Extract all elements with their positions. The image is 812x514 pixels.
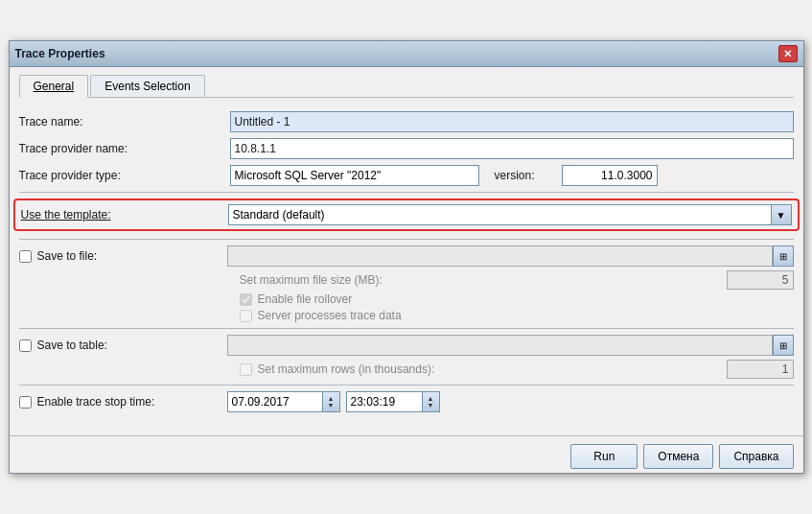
save-to-table-checkbox[interactable]	[19, 339, 32, 352]
max-rows-label: Set maximum rows (in thousands):	[258, 362, 727, 376]
time-spin-down-icon: ▼	[428, 402, 434, 409]
max-rows-row: Set maximum rows (in thousands):	[240, 360, 794, 379]
tab-events-selection[interactable]: Events Selection	[90, 75, 204, 97]
server-processes-label: Server processes trace data	[258, 309, 794, 322]
save-to-file-checkbox[interactable]	[19, 250, 32, 263]
max-rows-checkbox[interactable]	[240, 363, 252, 376]
stop-time-row: Enable trace stop time: ▲ ▼ ▲ ▼	[19, 391, 794, 412]
version-label: version:	[495, 169, 562, 182]
stop-time-checkbox[interactable]	[19, 396, 32, 409]
save-to-table-input[interactable]	[227, 335, 773, 356]
tab-bar: General Events Selection	[19, 75, 794, 98]
divider-3	[19, 328, 794, 329]
trace-name-input[interactable]	[230, 111, 794, 132]
max-rows-input[interactable]	[727, 360, 794, 379]
divider-1	[19, 192, 794, 193]
template-select[interactable]: Standard (default) Blank SP_Counts TSQL …	[228, 204, 792, 225]
trace-provider-type-label: Trace provider type:	[19, 169, 230, 182]
file-browse-button[interactable]: ⊞	[773, 245, 794, 267]
save-to-file-row: Save to file: ⊞	[19, 245, 794, 267]
trace-name-label: Trace name:	[19, 115, 230, 128]
file-sub-options: Set maximum file size (MB): Enable file …	[240, 270, 794, 322]
stop-date-input[interactable]	[227, 391, 323, 412]
table-sub-options: Set maximum rows (in thousands):	[240, 360, 794, 379]
use-template-label: Use the template:	[21, 208, 228, 222]
max-file-size-input[interactable]	[727, 270, 794, 290]
stop-time-label: Enable trace stop time:	[37, 395, 227, 409]
trace-provider-type-row: Trace provider type: version:	[19, 165, 794, 186]
save-to-file-input[interactable]	[227, 245, 773, 267]
divider-4	[19, 385, 794, 386]
trace-provider-name-input[interactable]	[230, 138, 794, 159]
save-to-file-label: Save to file:	[37, 249, 227, 263]
trace-provider-name-label: Trace provider name:	[19, 142, 230, 155]
trace-provider-name-row: Trace provider name:	[19, 138, 794, 159]
stop-time-input[interactable]	[346, 391, 423, 412]
close-button[interactable]: ✕	[778, 45, 798, 62]
server-processes-checkbox[interactable]	[240, 310, 252, 322]
cancel-button[interactable]: Отмена	[643, 444, 713, 469]
server-processes-row: Server processes trace data	[240, 309, 794, 322]
window-content: General Events Selection Trace name: Tra…	[10, 67, 803, 426]
spin-down-icon: ▼	[328, 402, 335, 409]
save-to-table-label: Save to table:	[37, 339, 227, 352]
template-select-wrapper: Standard (default) Blank SP_Counts TSQL …	[228, 204, 792, 225]
table-input-wrapper: ⊞	[227, 335, 794, 356]
enable-rollover-row: Enable file rollover	[240, 292, 794, 306]
general-form: Trace name: Trace provider name: Trace p…	[19, 107, 794, 416]
enable-rollover-checkbox[interactable]	[240, 293, 252, 306]
max-file-size-label: Set maximum file size (MB):	[240, 273, 727, 287]
run-button[interactable]: Run	[570, 444, 638, 469]
trace-provider-type-input[interactable]	[230, 165, 479, 186]
spin-up-icon: ▲	[328, 395, 335, 402]
tab-general[interactable]: General	[19, 75, 89, 98]
time-spin-up-icon: ▲	[428, 395, 434, 402]
time-spin-button[interactable]: ▲ ▼	[423, 391, 440, 412]
file-input-wrapper: ⊞	[227, 245, 794, 267]
enable-rollover-label: Enable file rollover	[258, 292, 794, 306]
table-browse-button[interactable]: ⊞	[773, 335, 794, 356]
button-bar: Run Отмена Справка	[10, 435, 803, 473]
version-input[interactable]	[562, 165, 658, 186]
divider-2	[19, 239, 794, 240]
save-to-table-row: Save to table: ⊞	[19, 335, 794, 356]
use-template-row: Use the template: Standard (default) Bla…	[13, 199, 800, 231]
trace-properties-window: Trace Properties ✕ General Events Select…	[9, 40, 804, 474]
title-bar: Trace Properties ✕	[10, 41, 803, 67]
help-button[interactable]: Справка	[719, 444, 793, 469]
max-file-size-row: Set maximum file size (MB):	[240, 270, 794, 290]
window-title: Trace Properties	[15, 47, 105, 60]
date-spin-button[interactable]: ▲ ▼	[323, 391, 340, 412]
trace-name-row: Trace name:	[19, 111, 794, 132]
